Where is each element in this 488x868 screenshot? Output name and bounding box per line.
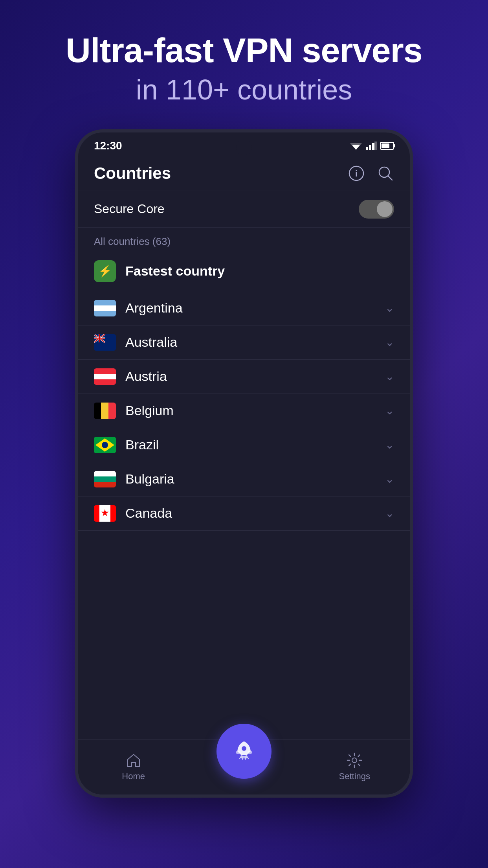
- promo-header: Ultra-fast VPN servers in 110+ countries: [66, 31, 422, 106]
- country-name: Belgium: [125, 403, 385, 418]
- flag-canada: [94, 505, 116, 522]
- status-icons: [349, 141, 394, 151]
- flag-bulgaria: [94, 471, 116, 487]
- svg-line-9: [388, 176, 392, 180]
- svg-point-28: [236, 751, 240, 754]
- chevron-down-icon: ⌄: [385, 370, 394, 383]
- country-name: Australia: [125, 335, 385, 350]
- fastest-icon: ⚡: [94, 260, 116, 282]
- nav-home-label: Home: [122, 771, 145, 782]
- nav-settings-label: Settings: [339, 771, 371, 782]
- chevron-down-icon: ⌄: [385, 336, 394, 349]
- svg-rect-3: [369, 145, 371, 150]
- chevron-down-icon: ⌄: [385, 404, 394, 417]
- phone-notch: [236, 140, 252, 155]
- australia-flag-svg: [94, 334, 116, 351]
- secure-core-label: Secure Core: [94, 202, 165, 216]
- chevron-down-icon: ⌄: [385, 302, 394, 314]
- battery-icon: [380, 142, 394, 150]
- settings-icon: [347, 752, 362, 768]
- svg-point-27: [242, 746, 246, 751]
- svg-point-21: [102, 442, 108, 448]
- toggle-knob: [377, 201, 393, 217]
- svg-marker-1: [350, 143, 362, 150]
- chevron-down-icon: ⌄: [385, 507, 394, 520]
- secure-core-toggle[interactable]: [359, 200, 394, 219]
- nav-home[interactable]: Home: [78, 752, 189, 782]
- country-list: Argentina ⌄: [78, 291, 410, 794]
- svg-text:i: i: [355, 169, 358, 178]
- flag-austria: [94, 368, 116, 385]
- svg-point-8: [379, 167, 389, 177]
- connect-button[interactable]: [216, 724, 272, 779]
- brazil-flag-svg: [94, 437, 116, 453]
- list-item[interactable]: Canada ⌄: [78, 497, 410, 531]
- canada-flag-svg: [94, 505, 116, 522]
- chevron-down-icon: ⌄: [385, 438, 394, 451]
- header-actions: i: [348, 165, 394, 182]
- secure-core-row[interactable]: Secure Core: [78, 191, 410, 228]
- flag-belgium: [94, 403, 116, 419]
- search-icon: [378, 166, 393, 181]
- chevron-down-icon: ⌄: [385, 473, 394, 485]
- flag-brazil: [94, 437, 116, 453]
- svg-rect-2: [366, 147, 368, 150]
- fastest-country-row[interactable]: ⚡ Fastest country: [78, 252, 410, 291]
- status-time: 12:30: [94, 140, 122, 152]
- svg-point-29: [248, 751, 252, 754]
- page-title: Countries: [94, 164, 171, 183]
- list-item[interactable]: Belgium ⌄: [78, 394, 410, 428]
- country-name: Canada: [125, 506, 385, 521]
- rocket-icon: [230, 737, 258, 765]
- list-item[interactable]: Argentina ⌄: [78, 291, 410, 326]
- list-item[interactable]: Bulgaria ⌄: [78, 462, 410, 497]
- wifi-icon: [349, 141, 363, 151]
- app-content: Countries i Secure Core: [78, 156, 410, 794]
- list-item[interactable]: Austria ⌄: [78, 360, 410, 394]
- home-icon: [126, 752, 141, 768]
- svg-rect-22: [94, 505, 99, 522]
- fastest-country-label: Fastest country: [125, 263, 225, 279]
- country-name: Bulgaria: [125, 471, 385, 487]
- country-name: Brazil: [125, 437, 385, 452]
- list-item[interactable]: Australia ⌄: [78, 326, 410, 360]
- flag-argentina: [94, 300, 116, 316]
- svg-rect-4: [372, 143, 374, 150]
- nav-settings[interactable]: Settings: [299, 752, 410, 782]
- svg-rect-23: [110, 505, 116, 522]
- promo-title-line2: in 110+ countries: [66, 74, 422, 106]
- phone-mockup: 12:30 Countries: [75, 129, 413, 798]
- country-name: Austria: [125, 369, 385, 384]
- promo-title-line1: Ultra-fast VPN servers: [66, 31, 422, 70]
- flag-australia: [94, 334, 116, 351]
- search-button[interactable]: [377, 165, 394, 182]
- svg-point-26: [352, 758, 357, 763]
- info-icon: i: [349, 166, 364, 181]
- app-header: Countries i: [78, 156, 410, 191]
- info-button[interactable]: i: [348, 165, 365, 182]
- signal-icon: [366, 142, 377, 150]
- list-item[interactable]: Brazil ⌄: [78, 428, 410, 462]
- svg-rect-5: [374, 142, 377, 150]
- country-name: Argentina: [125, 300, 385, 316]
- section-label: All countries (63): [78, 228, 410, 252]
